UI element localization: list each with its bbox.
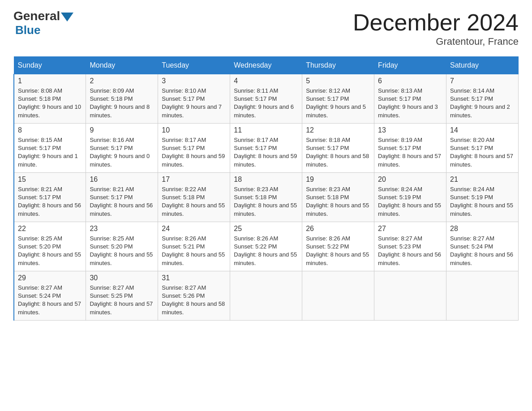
day-number: 15 <box>18 176 82 184</box>
logo-blue-text: Blue <box>15 23 40 37</box>
day-number: 19 <box>306 176 370 184</box>
location-label: Gratentour, France <box>353 36 519 47</box>
table-row: 20 Sunrise: 8:24 AMSunset: 5:19 PMDaylig… <box>374 173 446 222</box>
day-info: Sunrise: 8:27 AMSunset: 5:23 PMDaylight:… <box>378 235 442 267</box>
day-info: Sunrise: 8:20 AMSunset: 5:17 PMDaylight:… <box>450 136 515 169</box>
logo: General Blue <box>13 9 73 37</box>
calendar-header-row: Sunday Monday Tuesday Wednesday Thursday… <box>14 57 519 74</box>
table-row: 24 Sunrise: 8:26 AMSunset: 5:21 PMDaylig… <box>158 222 230 271</box>
day-number: 13 <box>378 126 442 134</box>
calendar-week-row: 8 Sunrise: 8:15 AMSunset: 5:17 PMDayligh… <box>14 124 519 173</box>
day-info: Sunrise: 8:18 AMSunset: 5:17 PMDaylight:… <box>306 136 370 169</box>
table-row: 6 Sunrise: 8:13 AMSunset: 5:17 PMDayligh… <box>374 74 446 124</box>
table-row: 19 Sunrise: 8:23 AMSunset: 5:18 PMDaylig… <box>302 173 374 222</box>
day-info: Sunrise: 8:10 AMSunset: 5:17 PMDaylight:… <box>162 87 226 120</box>
header-sunday: Sunday <box>14 57 86 74</box>
day-number: 27 <box>378 225 442 233</box>
table-row: 9 Sunrise: 8:16 AMSunset: 5:17 PMDayligh… <box>86 124 158 173</box>
table-row: 12 Sunrise: 8:18 AMSunset: 5:17 PMDaylig… <box>302 124 374 173</box>
day-info: Sunrise: 8:19 AMSunset: 5:17 PMDaylight:… <box>378 136 442 169</box>
table-row: 15 Sunrise: 8:21 AMSunset: 5:17 PMDaylig… <box>14 173 86 222</box>
day-info: Sunrise: 8:24 AMSunset: 5:19 PMDaylight:… <box>450 185 515 218</box>
month-year-title: December 2024 <box>353 9 519 36</box>
table-row: 11 Sunrise: 8:17 AMSunset: 5:17 PMDaylig… <box>230 124 302 173</box>
day-number: 21 <box>450 176 515 184</box>
table-row: 1 Sunrise: 8:08 AMSunset: 5:18 PMDayligh… <box>14 74 86 124</box>
day-number: 3 <box>162 77 226 85</box>
day-info: Sunrise: 8:08 AMSunset: 5:18 PMDaylight:… <box>18 87 82 120</box>
day-info: Sunrise: 8:15 AMSunset: 5:17 PMDaylight:… <box>18 136 82 169</box>
day-info: Sunrise: 8:13 AMSunset: 5:17 PMDaylight:… <box>378 87 442 120</box>
day-info: Sunrise: 8:09 AMSunset: 5:18 PMDaylight:… <box>90 87 154 120</box>
day-info: Sunrise: 8:25 AMSunset: 5:20 PMDaylight:… <box>90 235 154 267</box>
calendar-week-row: 1 Sunrise: 8:08 AMSunset: 5:18 PMDayligh… <box>14 74 519 124</box>
day-number: 26 <box>306 225 370 233</box>
header-monday: Monday <box>86 57 158 74</box>
calendar-week-row: 15 Sunrise: 8:21 AMSunset: 5:17 PMDaylig… <box>14 173 519 222</box>
table-row: 8 Sunrise: 8:15 AMSunset: 5:17 PMDayligh… <box>14 124 86 173</box>
day-number: 1 <box>18 77 82 85</box>
table-row: 25 Sunrise: 8:26 AMSunset: 5:22 PMDaylig… <box>230 222 302 271</box>
day-info: Sunrise: 8:23 AMSunset: 5:18 PMDaylight:… <box>234 185 298 218</box>
header-thursday: Thursday <box>302 57 374 74</box>
day-number: 7 <box>450 77 515 85</box>
day-number: 11 <box>234 126 298 134</box>
table-row: 13 Sunrise: 8:19 AMSunset: 5:17 PMDaylig… <box>374 124 446 173</box>
calendar-week-row: 22 Sunrise: 8:25 AMSunset: 5:20 PMDaylig… <box>14 222 519 271</box>
table-row: 21 Sunrise: 8:24 AMSunset: 5:19 PMDaylig… <box>446 173 519 222</box>
day-info: Sunrise: 8:26 AMSunset: 5:22 PMDaylight:… <box>306 235 370 267</box>
calendar-table: Sunday Monday Tuesday Wednesday Thursday… <box>13 56 519 321</box>
calendar-week-row: 29 Sunrise: 8:27 AMSunset: 5:24 PMDaylig… <box>14 271 519 321</box>
table-row: 7 Sunrise: 8:14 AMSunset: 5:17 PMDayligh… <box>446 74 519 124</box>
day-info: Sunrise: 8:17 AMSunset: 5:17 PMDaylight:… <box>234 136 298 169</box>
day-info: Sunrise: 8:14 AMSunset: 5:17 PMDaylight:… <box>450 87 515 120</box>
day-info: Sunrise: 8:12 AMSunset: 5:17 PMDaylight:… <box>306 87 370 120</box>
table-row: 16 Sunrise: 8:21 AMSunset: 5:17 PMDaylig… <box>86 173 158 222</box>
day-info: Sunrise: 8:27 AMSunset: 5:26 PMDaylight:… <box>162 284 226 317</box>
header-wednesday: Wednesday <box>230 57 302 74</box>
day-info: Sunrise: 8:22 AMSunset: 5:18 PMDaylight:… <box>162 185 226 218</box>
title-section: December 2024 Gratentour, France <box>353 9 519 47</box>
day-number: 6 <box>378 77 442 85</box>
table-row: 23 Sunrise: 8:25 AMSunset: 5:20 PMDaylig… <box>86 222 158 271</box>
logo-triangle-icon <box>61 13 73 21</box>
day-number: 23 <box>90 225 154 233</box>
table-row: 22 Sunrise: 8:25 AMSunset: 5:20 PMDaylig… <box>14 222 86 271</box>
table-row <box>374 271 446 321</box>
day-number: 12 <box>306 126 370 134</box>
day-info: Sunrise: 8:21 AMSunset: 5:17 PMDaylight:… <box>90 185 154 218</box>
day-number: 17 <box>162 176 226 184</box>
table-row: 14 Sunrise: 8:20 AMSunset: 5:17 PMDaylig… <box>446 124 519 173</box>
header-friday: Friday <box>374 57 446 74</box>
table-row: 31 Sunrise: 8:27 AMSunset: 5:26 PMDaylig… <box>158 271 230 321</box>
day-number: 25 <box>234 225 298 233</box>
table-row <box>302 271 374 321</box>
day-number: 24 <box>162 225 226 233</box>
day-info: Sunrise: 8:17 AMSunset: 5:17 PMDaylight:… <box>162 136 226 169</box>
day-info: Sunrise: 8:24 AMSunset: 5:19 PMDaylight:… <box>378 185 442 218</box>
day-info: Sunrise: 8:16 AMSunset: 5:17 PMDaylight:… <box>90 136 154 169</box>
day-number: 8 <box>18 126 82 134</box>
table-row: 29 Sunrise: 8:27 AMSunset: 5:24 PMDaylig… <box>14 271 86 321</box>
day-number: 18 <box>234 176 298 184</box>
day-number: 29 <box>18 274 82 282</box>
day-info: Sunrise: 8:27 AMSunset: 5:24 PMDaylight:… <box>18 284 82 317</box>
table-row: 18 Sunrise: 8:23 AMSunset: 5:18 PMDaylig… <box>230 173 302 222</box>
table-row: 26 Sunrise: 8:26 AMSunset: 5:22 PMDaylig… <box>302 222 374 271</box>
day-info: Sunrise: 8:11 AMSunset: 5:17 PMDaylight:… <box>234 87 298 120</box>
table-row: 5 Sunrise: 8:12 AMSunset: 5:17 PMDayligh… <box>302 74 374 124</box>
header-tuesday: Tuesday <box>158 57 230 74</box>
day-number: 10 <box>162 126 226 134</box>
day-number: 16 <box>90 176 154 184</box>
day-number: 14 <box>450 126 515 134</box>
day-number: 20 <box>378 176 442 184</box>
table-row: 2 Sunrise: 8:09 AMSunset: 5:18 PMDayligh… <box>86 74 158 124</box>
day-info: Sunrise: 8:21 AMSunset: 5:17 PMDaylight:… <box>18 185 82 218</box>
table-row: 3 Sunrise: 8:10 AMSunset: 5:17 PMDayligh… <box>158 74 230 124</box>
day-number: 30 <box>90 274 154 282</box>
day-number: 28 <box>450 225 515 233</box>
day-info: Sunrise: 8:26 AMSunset: 5:21 PMDaylight:… <box>162 235 226 267</box>
table-row: 28 Sunrise: 8:27 AMSunset: 5:24 PMDaylig… <box>446 222 519 271</box>
day-info: Sunrise: 8:25 AMSunset: 5:20 PMDaylight:… <box>18 235 82 267</box>
page-header: General Blue December 2024 Gratentour, F… <box>13 9 519 47</box>
